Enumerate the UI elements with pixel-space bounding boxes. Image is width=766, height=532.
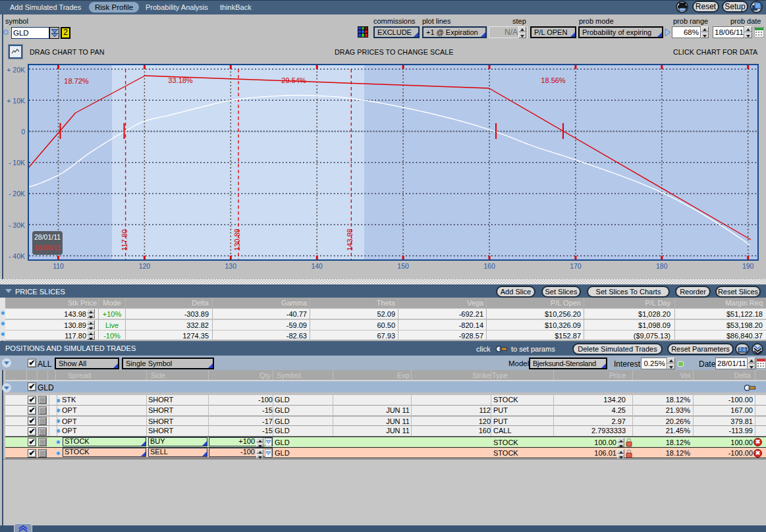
- svg-text:- 10K: - 10K: [9, 159, 25, 167]
- svg-text:143.98: 143.98: [346, 228, 354, 251]
- svg-text:150: 150: [397, 262, 409, 270]
- svg-text:130.89: 130.89: [233, 228, 241, 251]
- svg-text:+ 20K: + 20K: [7, 66, 25, 74]
- svg-text:- 20K: - 20K: [9, 190, 25, 198]
- svg-text:160: 160: [483, 262, 495, 270]
- svg-text:190: 190: [742, 262, 754, 270]
- svg-text:18.56%: 18.56%: [541, 76, 566, 84]
- svg-text:130: 130: [225, 262, 237, 270]
- svg-text:110: 110: [53, 262, 64, 270]
- svg-text:28/01/11: 28/01/11: [34, 233, 61, 241]
- svg-text:33.18%: 33.18%: [168, 76, 193, 84]
- svg-text:29.54%: 29.54%: [281, 76, 306, 84]
- svg-text:140: 140: [311, 262, 323, 270]
- svg-text:170: 170: [570, 262, 582, 270]
- svg-text:0: 0: [21, 128, 25, 136]
- svg-text:117.80: 117.80: [121, 229, 128, 251]
- svg-text:- 30K: - 30K: [9, 221, 25, 229]
- svg-text:120: 120: [139, 262, 151, 270]
- svg-text:18/06/11: 18/06/11: [34, 244, 61, 252]
- svg-text:- 40K: - 40K: [9, 252, 25, 260]
- svg-text:+ 10K: + 10K: [7, 97, 25, 105]
- svg-text:18.72%: 18.72%: [64, 77, 89, 85]
- svg-text:180: 180: [656, 262, 668, 270]
